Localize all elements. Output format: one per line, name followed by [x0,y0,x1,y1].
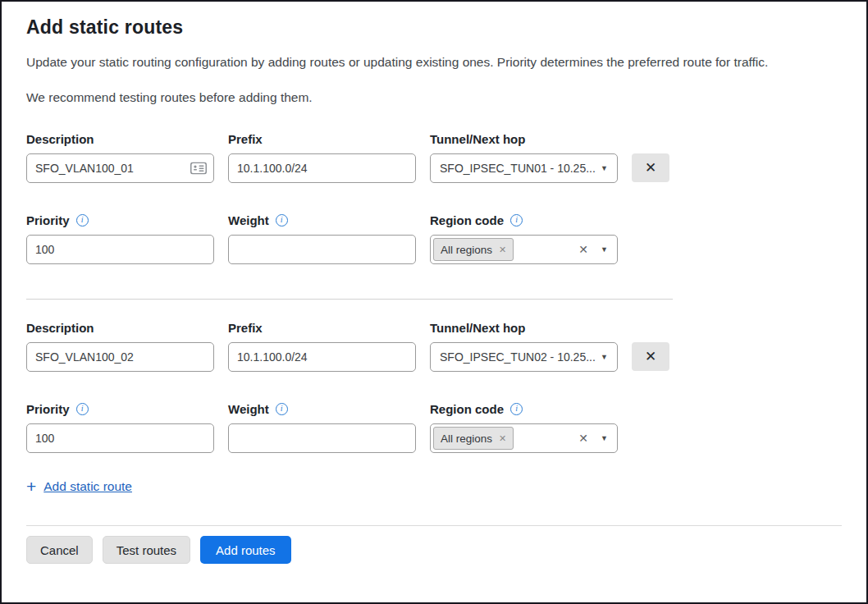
region-chip-label: All regions [441,432,492,445]
clear-icon[interactable]: ✕ [578,243,588,256]
region-chip: All regions ✕ [433,427,514,450]
intro-text: Update your static routing configuration… [26,55,842,70]
description-label: Description [26,321,214,335]
info-icon[interactable]: i [76,214,89,226]
info-icon[interactable]: i [276,403,288,415]
weight-label: Weight [228,213,269,227]
tunnel-field: Tunnel/Next hop SFO_IPSEC_TUN02 - 10.25.… [430,321,618,372]
description-label: Description [26,132,214,146]
info-icon[interactable]: i [76,403,89,415]
priority-input[interactable] [26,423,214,453]
info-icon[interactable]: i [276,214,288,226]
tunnel-select[interactable]: SFO_IPSEC_TUN02 - 10.25... ▼ [430,342,618,372]
priority-input[interactable] [26,235,214,264]
tunnel-label: Tunnel/Next hop [430,321,618,335]
add-routes-button[interactable]: Add routes [200,536,291,564]
prefix-label: Prefix [228,321,416,335]
priority-field: Priority i [26,402,214,453]
close-icon: ✕ [645,348,656,365]
add-static-route-link[interactable]: + Add static route [26,478,132,495]
chevron-down-icon: ▼ [601,164,608,172]
description-input[interactable] [26,153,214,183]
add-static-routes-dialog: { "page": { "title": "Add static routes"… [0,0,868,604]
region-select[interactable]: All regions ✕ ✕ ▼ [430,235,618,264]
chevron-down-icon: ▼ [601,434,608,442]
tunnel-select[interactable]: SFO_IPSEC_TUN01 - 10.25... ▼ [430,153,618,183]
chevron-down-icon: ▼ [601,353,608,361]
plus-icon: + [26,478,36,495]
tunnel-field: Tunnel/Next hop SFO_IPSEC_TUN01 - 10.25.… [430,132,618,183]
weight-field: Weight i [228,213,416,264]
remove-region-icon[interactable]: ✕ [499,433,506,444]
clear-icon[interactable]: ✕ [578,432,588,445]
priority-field: Priority i [26,213,214,264]
page-title: Add static routes [26,16,842,39]
weight-input[interactable] [228,235,416,264]
region-select[interactable]: All regions ✕ ✕ ▼ [430,423,618,453]
remove-region-icon[interactable]: ✕ [499,245,506,255]
test-routes-button[interactable]: Test routes [103,536,190,564]
weight-field: Weight i [228,402,416,453]
description-field: Description [26,132,214,183]
tunnel-select-value: SFO_IPSEC_TUN02 - 10.25... [440,350,596,364]
add-static-route-label: Add static route [43,479,132,494]
prefix-label: Prefix [228,132,416,146]
region-label: Region code [430,402,504,416]
route-divider [26,299,673,300]
weight-label: Weight [228,402,269,416]
priority-label: Priority [26,213,70,227]
remove-route-button[interactable]: ✕ [632,342,669,371]
description-input[interactable] [26,342,214,372]
region-chip: All regions ✕ [433,238,514,261]
dialog-body: Add static routes Update your static rou… [2,2,866,564]
description-field: Description [26,321,214,372]
info-icon[interactable]: i [510,403,523,415]
weight-input[interactable] [228,423,416,453]
cancel-button[interactable]: Cancel [26,536,93,564]
prefix-field: Prefix [228,132,416,183]
footer-divider [26,525,842,526]
route-entry: Description [26,132,842,264]
chevron-down-icon: ▼ [601,245,608,254]
remove-route-button[interactable]: ✕ [632,153,669,182]
info-icon[interactable]: i [510,214,523,226]
priority-label: Priority [26,402,70,416]
note-text: We recommend testing routes before addin… [26,90,842,105]
tunnel-label: Tunnel/Next hop [430,132,618,146]
region-field: Region code i All regions ✕ ✕ ▼ [430,213,618,264]
region-field: Region code i All regions ✕ ✕ ▼ [430,402,618,453]
route-entry: Description Prefix Tunnel/Next hop SFO_I… [26,321,842,453]
prefix-input[interactable] [228,153,416,183]
contact-card-icon [190,162,207,175]
tunnel-select-value: SFO_IPSEC_TUN01 - 10.25... [440,162,596,175]
region-chip-label: All regions [441,244,492,256]
dialog-footer: Cancel Test routes Add routes [26,536,842,564]
prefix-input[interactable] [228,342,416,372]
region-label: Region code [430,213,504,227]
prefix-field: Prefix [228,321,416,372]
close-icon: ✕ [645,159,656,176]
